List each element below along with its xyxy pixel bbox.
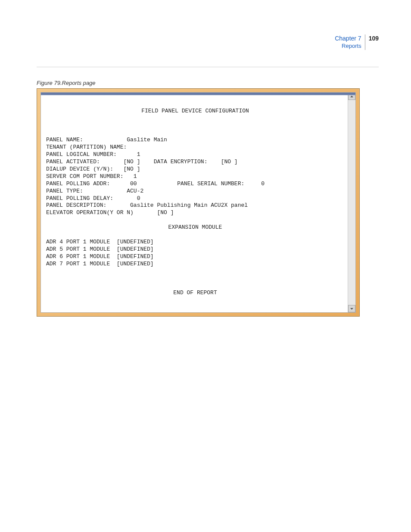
figure-caption: Figure 79.Reports page bbox=[37, 80, 96, 86]
vertical-scrollbar[interactable] bbox=[348, 93, 355, 312]
window-titlebar bbox=[41, 93, 355, 95]
report-module-2: ADR 5 PORT 1 MODULE [UNDEFINED] bbox=[46, 246, 154, 252]
report-text-area: FIELD PANEL DEVICE CONFIGURATION PANEL N… bbox=[41, 93, 348, 312]
report-module-1: ADR 4 PORT 1 MODULE [UNDEFINED] bbox=[46, 239, 154, 245]
chevron-up-icon bbox=[350, 96, 353, 97]
report-module-4: ADR 7 PORT 1 MODULE [UNDEFINED] bbox=[46, 261, 154, 267]
report-line-panel-name: PANEL NAME: Gaslite Main bbox=[46, 137, 167, 143]
header-divider bbox=[37, 67, 379, 67]
header-page-number: 109 bbox=[365, 34, 379, 42]
report-line-panel-logical: PANEL LOGICAL NUMBER: 1 bbox=[46, 151, 140, 158]
report-module-3: ADR 6 PORT 1 MODULE [UNDEFINED] bbox=[46, 253, 154, 260]
report-line-polling-delay: PANEL POLLING DELAY: 0 bbox=[46, 195, 140, 202]
report-line-elevator: ELEVATOR OPERATION(Y OR N) [NO ] bbox=[46, 209, 174, 216]
report-line-tenant: TENANT (PARTITION) NAME: bbox=[46, 144, 127, 150]
svg-marker-0 bbox=[350, 96, 353, 97]
page-header: Chapter 7 Reports 109 bbox=[335, 34, 379, 50]
report-line-server-com: SERVER COM PORT NUMBER: 1 bbox=[46, 173, 137, 180]
report-line-panel-activated: PANEL ACTIVATED: [NO ] DATA ENCRYPTION: … bbox=[46, 159, 238, 165]
svg-marker-1 bbox=[350, 308, 353, 310]
report-line-polling-addr: PANEL POLLING ADDR: 00 PANEL SERIAL NUMB… bbox=[46, 180, 265, 187]
report-window: FIELD PANEL DEVICE CONFIGURATION PANEL N… bbox=[40, 92, 356, 313]
header-section: Reports bbox=[335, 43, 361, 50]
scroll-down-button[interactable] bbox=[348, 305, 355, 312]
report-section-title: EXPANSION MODULE bbox=[46, 224, 344, 231]
report-line-description: PANEL DESCRIPTION: Gaslite Publishing Ma… bbox=[46, 202, 248, 208]
report-footer: END OF REPORT bbox=[46, 289, 344, 297]
figure-screenshot: FIELD PANEL DEVICE CONFIGURATION PANEL N… bbox=[37, 88, 360, 317]
chevron-down-icon bbox=[350, 308, 353, 310]
report-title: FIELD PANEL DEVICE CONFIGURATION bbox=[46, 108, 344, 115]
report-line-panel-type: PANEL TYPE: ACU-2 bbox=[46, 188, 143, 194]
report-line-dialup: DIALUP DEVICE (Y/N): [NO ] bbox=[46, 166, 140, 172]
header-chapter: Chapter 7 bbox=[335, 34, 361, 42]
